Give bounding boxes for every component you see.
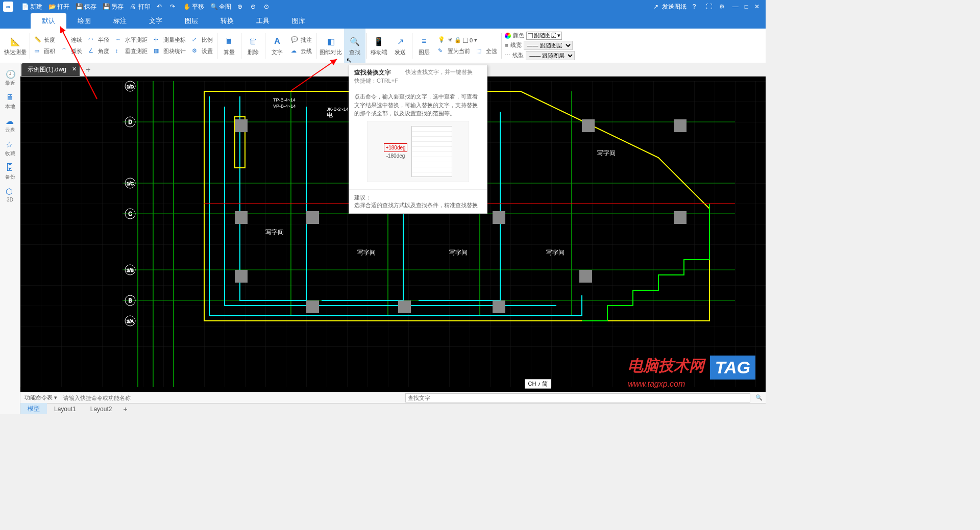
sidebar-item-backup[interactable]: 🗄备份 xyxy=(0,160,20,184)
settings-btn[interactable]: ⚙设置 xyxy=(190,46,215,57)
sidebar-item-local[interactable]: 🖥本地 xyxy=(0,90,20,113)
tab-layer[interactable]: 图层 xyxy=(174,13,209,29)
lineweight-row[interactable]: ≡线宽 —— 跟随图层 xyxy=(505,41,575,50)
close-tab-icon[interactable]: ✕ xyxy=(72,66,77,72)
svg-text:B: B xyxy=(129,298,132,304)
clock-icon: 🕘 xyxy=(6,69,15,79)
delete-button[interactable]: 🗑删除 xyxy=(242,29,264,63)
angle-button[interactable]: ∠角度 xyxy=(86,46,111,57)
svg-text:写字间: 写字间 xyxy=(597,149,616,157)
sidebar-item-recent[interactable]: 🕘最近 xyxy=(0,66,20,90)
trash-icon: 🗑 xyxy=(247,35,259,47)
send-drawing-button[interactable]: ↗发送图纸 xyxy=(650,0,690,13)
save-button[interactable]: 💾保存 xyxy=(72,0,100,13)
continuous-button[interactable]: ⋯连续 xyxy=(59,35,84,45)
pan-button[interactable]: ✋平移 xyxy=(180,0,207,13)
redo-button[interactable]: ↷ xyxy=(167,0,180,13)
linetype-row[interactable]: ⋯线型 —— 跟随图层 xyxy=(505,51,575,60)
length-button[interactable]: 📏长度 xyxy=(32,35,57,45)
layer-button[interactable]: ≡图层 xyxy=(413,29,435,63)
quickmeasure-button[interactable]: 📐 快速测量 xyxy=(2,29,29,63)
calc-button[interactable]: 🖩算量 xyxy=(218,29,240,63)
settings-button[interactable]: ⚙ xyxy=(716,0,729,13)
send-icon: ↗ xyxy=(394,35,406,47)
tab-gallery[interactable]: 图库 xyxy=(281,13,316,29)
svg-text:2/B: 2/B xyxy=(127,268,134,273)
tab-convert[interactable]: 转换 xyxy=(209,13,245,29)
svg-text:写字间: 写字间 xyxy=(546,249,565,256)
area-button[interactable]: ▭面积 xyxy=(32,46,57,57)
close-button[interactable]: ✕ xyxy=(751,0,763,13)
svg-text:1/D: 1/D xyxy=(127,84,134,89)
minimize-button[interactable]: — xyxy=(729,0,742,13)
surveycoord-button[interactable]: ⊹测量坐标 xyxy=(152,35,188,45)
annotate-button[interactable]: 💬批注 xyxy=(289,35,314,45)
cloud-icon: ☁ xyxy=(6,116,15,125)
setcurrent-button[interactable]: ✎置为当前 ⬚全选 xyxy=(436,46,499,57)
svg-rect-25 xyxy=(579,270,592,283)
layer-select[interactable]: 💡☀🔒0▾ xyxy=(436,35,499,45)
svg-text:VP-B-4~14: VP-B-4~14 xyxy=(273,104,296,109)
command-label[interactable]: 功能命令表▾ xyxy=(20,394,61,401)
radius-button[interactable]: ◠半径 xyxy=(86,35,111,45)
find-text-input[interactable] xyxy=(405,393,750,402)
add-layout-button[interactable]: + xyxy=(119,405,131,413)
tab-text[interactable]: 文字 xyxy=(138,13,174,29)
maximize-button[interactable]: □ xyxy=(742,0,751,13)
tooltip-title: 查找替换文字 xyxy=(354,68,398,77)
command-bar: 功能命令表▾ 🔍 xyxy=(20,392,766,403)
text-icon: A xyxy=(271,35,283,47)
compare-button[interactable]: ◧图纸对比 xyxy=(317,29,344,63)
cloud-button[interactable]: ☁云线 xyxy=(289,46,314,57)
send-button[interactable]: ↗发送 xyxy=(389,29,411,63)
sidebar-item-favorites[interactable]: ☆收藏 xyxy=(0,137,20,160)
new-button[interactable]: 📄新建 xyxy=(18,0,45,13)
layout-tabs: 模型 Layout1 Layout2 + xyxy=(20,403,766,414)
layout-tab-1[interactable]: Layout1 xyxy=(47,404,83,414)
arclen-button[interactable]: ⌒弧长 xyxy=(59,46,84,57)
svg-rect-16 xyxy=(235,211,248,224)
blockstats-button[interactable]: ▦图块统计 xyxy=(152,46,188,57)
saveas-button[interactable]: 💾另存 xyxy=(100,0,127,13)
hdist-button[interactable]: ↔水平测距 xyxy=(113,35,150,45)
tooltip-suggest-label: 建议： xyxy=(354,194,371,200)
layout-tab-2[interactable]: Layout2 xyxy=(83,404,119,414)
fullscreen-button[interactable]: ⛶ xyxy=(703,0,716,13)
zoom-extents-button[interactable]: ⊙ xyxy=(261,0,274,13)
mobile-icon: 📱 xyxy=(373,35,385,47)
tooltip-suggest-body: 选择合适的查找方式以及查找条件，精准查找替换 xyxy=(354,202,478,208)
tooltip-body: 点击命令，输入要查找的文字，选中查看，可查看文字结果选中替换，可输入替换的文字，… xyxy=(354,92,482,118)
svg-text:JK-B-2~14: JK-B-2~14 xyxy=(327,107,349,112)
tooltip-preview-image: +180deg -180deg xyxy=(367,121,469,182)
zoom-in-button[interactable]: ⊕ xyxy=(234,0,248,13)
tab-tool[interactable]: 工具 xyxy=(245,13,281,29)
layout-tab-model[interactable]: 模型 xyxy=(20,403,47,414)
text-button[interactable]: A文字 xyxy=(266,29,288,63)
svg-text:电: 电 xyxy=(327,111,333,118)
search-icon: 🔍 xyxy=(349,35,361,47)
file-tab-active[interactable]: 示例图(1).dwg ✕ xyxy=(21,63,80,76)
print-button[interactable]: 🖨打印 xyxy=(127,0,154,13)
undo-button[interactable]: ↶ xyxy=(154,0,167,13)
tab-default[interactable]: 默认 xyxy=(31,13,66,29)
layers-icon: ≡ xyxy=(418,35,430,47)
svg-text:写字间: 写字间 xyxy=(357,249,376,256)
find-go-icon[interactable]: 🔍 xyxy=(752,394,766,401)
scale-button[interactable]: ⤢比例 xyxy=(190,35,215,45)
add-tab-button[interactable]: + xyxy=(83,65,93,74)
zoom-out-button[interactable]: ⊖ xyxy=(248,0,261,13)
open-button[interactable]: 📂打开 xyxy=(45,0,72,13)
sidebar-item-3d[interactable]: ⬡3D xyxy=(0,184,20,206)
vdist-button[interactable]: ↕垂直测距 xyxy=(113,46,150,57)
color-row[interactable]: 颜色 跟随图层▾ xyxy=(505,32,575,40)
title-bar: ∞ 📄新建 📂打开 💾保存 💾另存 🖨打印 ↶ ↷ ✋平移 🔍全图 ⊕ ⊖ ⊙ … xyxy=(0,0,766,13)
tab-draw[interactable]: 绘图 xyxy=(66,13,102,29)
find-button[interactable]: 🔍查找 xyxy=(344,29,365,63)
command-input[interactable] xyxy=(61,394,405,402)
zoom-button[interactable]: 🔍全图 xyxy=(207,0,234,13)
mobile-button[interactable]: 📱移动端 xyxy=(368,29,389,63)
help-button[interactable]: ? xyxy=(690,0,703,13)
tab-annotate[interactable]: 标注 xyxy=(102,13,138,29)
ribbon: 📐 快速测量 📏长度 ▭面积 ⋯连续 ⌒弧长 ◠半径 ∠角度 ↔水平测距 ↕垂直… xyxy=(0,29,766,63)
sidebar-item-cloud[interactable]: ☁云盘 xyxy=(0,113,20,137)
